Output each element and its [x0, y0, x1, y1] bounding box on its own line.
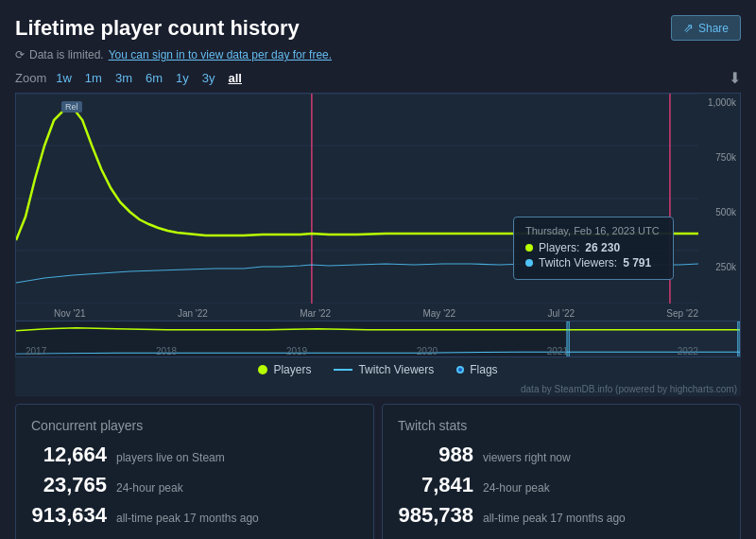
- legend-twitch-icon: [334, 369, 352, 371]
- zoom-1w[interactable]: 1w: [52, 69, 76, 87]
- x-jul22: Jul '22: [547, 308, 575, 319]
- twitch-stats-card: Twitch stats 988 viewers right now 7,841…: [382, 404, 741, 539]
- twitch-peak24-desc: 24-hour peak: [483, 481, 550, 495]
- concurrent-players-card: Concurrent players 12,664 players live o…: [15, 404, 374, 539]
- twitch-peakall-count: 985,738: [398, 503, 473, 528]
- legend-flags-icon: [456, 366, 464, 374]
- x-nov21: Nov '21: [54, 308, 86, 319]
- concurrent-title: Concurrent players: [31, 418, 358, 433]
- legend-players-label: Players: [273, 363, 311, 376]
- twitch-peakall-row: 985,738 all-time peak 17 months ago: [398, 503, 725, 528]
- legend-players: Players: [258, 363, 311, 376]
- x-sep22: Sep '22: [666, 308, 698, 319]
- x-axis-main: Nov '21 Jan '22 Mar '22 May '22 Jul '22 …: [54, 308, 698, 319]
- concurrent-peak24-row: 23,765 24-hour peak: [31, 473, 358, 497]
- chart-overview: 2017 2018 2019 2020 2021 2022: [16, 321, 740, 357]
- zoom-3m[interactable]: 3m: [112, 69, 136, 87]
- share-icon: ⇗: [683, 21, 694, 35]
- twitch-peak24-row: 7,841 24-hour peak: [398, 473, 725, 497]
- twitch-title: Twitch stats: [398, 418, 725, 433]
- zoom-controls: Zoom 1w 1m 3m 6m 1y 3y all ⬇: [15, 69, 741, 87]
- concurrent-peakall-row: 913,634 all-time peak 17 months ago: [31, 503, 358, 528]
- legend-players-icon: [258, 365, 267, 374]
- chart-legend: Players Twitch Viewers Flags: [15, 357, 741, 382]
- twitch-live-count: 988: [398, 443, 473, 467]
- share-label: Share: [698, 22, 729, 35]
- release-badge: Rel: [61, 101, 82, 113]
- chart-main: Rel 1,000k 750k 500k 250k: [16, 94, 740, 321]
- concurrent-peakall-count: 913,634: [31, 503, 107, 528]
- y-label-500k: 500k: [698, 207, 736, 217]
- sign-in-link[interactable]: You can sign in to view data per day for…: [109, 48, 332, 61]
- zoom-1m[interactable]: 1m: [81, 69, 106, 87]
- y-axis: 1,000k 750k 500k 250k: [698, 94, 736, 321]
- y-label-750k: 750k: [698, 152, 736, 163]
- tooltip-players-value: 26 230: [585, 241, 620, 254]
- data-notice: ⟳ Data is limited. You can sign in to vi…: [15, 48, 741, 61]
- zoom-all[interactable]: all: [225, 69, 246, 87]
- chart-container: Rel 1,000k 750k 500k 250k: [15, 93, 741, 357]
- tooltip-twitch-value: 5 791: [623, 256, 651, 270]
- y-label-1000k: 1,000k: [698, 97, 736, 108]
- tooltip-players-label: Players:: [539, 241, 579, 254]
- concurrent-live-desc: players live on Steam: [116, 451, 225, 464]
- x-may22: May '22: [422, 308, 455, 319]
- download-icon[interactable]: ⬇: [729, 69, 741, 87]
- chart-tooltip: Thursday, Feb 16, 2023 UTC Players: 26 2…: [513, 217, 674, 280]
- stats-row: Concurrent players 12,664 players live o…: [15, 404, 741, 539]
- concurrent-peak24-desc: 24-hour peak: [116, 481, 183, 495]
- twitch-peakall-desc: all-time peak 17 months ago: [483, 512, 626, 525]
- x-axis-overview: 2017 2018 2019 2020 2021 2022: [26, 346, 698, 356]
- x-2017: 2017: [26, 346, 46, 356]
- x-2018: 2018: [156, 346, 177, 356]
- x-2021: 2021: [547, 346, 568, 356]
- y-label-250k: 250k: [698, 262, 736, 272]
- tooltip-date: Thursday, Feb 16, 2023 UTC: [525, 225, 662, 236]
- tooltip-twitch-dot: [525, 259, 533, 267]
- concurrent-live-count: 12,664: [31, 443, 107, 467]
- page-title: Lifetime player count history: [15, 16, 300, 41]
- legend-flags-label: Flags: [470, 363, 497, 376]
- tooltip-players-dot: [525, 244, 533, 252]
- twitch-live-desc: viewers right now: [483, 451, 571, 464]
- zoom-6m[interactable]: 6m: [142, 69, 166, 87]
- x-2020: 2020: [417, 346, 438, 356]
- legend-twitch: Twitch Viewers: [334, 363, 434, 376]
- tooltip-players-row: Players: 26 230: [525, 241, 662, 254]
- x-2022: 2022: [678, 346, 698, 356]
- concurrent-peak24-count: 23,765: [31, 473, 107, 497]
- tooltip-twitch-label: Twitch Viewers:: [539, 256, 617, 270]
- tooltip-twitch-row: Twitch Viewers: 5 791: [525, 256, 662, 270]
- twitch-peak24-count: 7,841: [398, 473, 473, 497]
- legend-twitch-label: Twitch Viewers: [358, 363, 434, 376]
- zoom-1y[interactable]: 1y: [172, 69, 193, 87]
- x-2019: 2019: [286, 346, 307, 356]
- data-notice-text: Data is limited.: [29, 48, 104, 61]
- concurrent-live-row: 12,664 players live on Steam: [31, 443, 358, 467]
- twitch-live-row: 988 viewers right now: [398, 443, 725, 467]
- zoom-3y[interactable]: 3y: [198, 69, 219, 87]
- data-credit: data by SteamDB.info (powered by highcha…: [15, 382, 741, 396]
- legend-flags: Flags: [456, 363, 497, 376]
- notice-icon: ⟳: [15, 48, 25, 61]
- share-button[interactable]: ⇗ Share: [671, 15, 741, 41]
- x-jan22: Jan '22: [178, 308, 208, 319]
- zoom-label: Zoom: [15, 71, 46, 85]
- concurrent-peakall-desc: all-time peak 17 months ago: [116, 512, 259, 525]
- x-mar22: Mar '22: [300, 308, 331, 319]
